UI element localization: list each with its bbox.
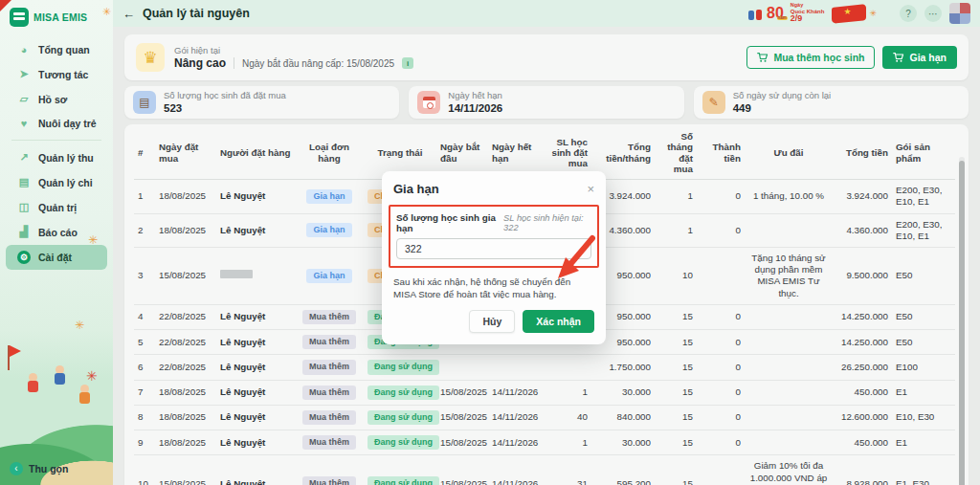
cell-package: E1 bbox=[892, 380, 955, 405]
cell-type: Mua thêm bbox=[295, 405, 364, 430]
help-button[interactable]: ? bbox=[900, 5, 917, 22]
cell-package: E50 bbox=[892, 304, 955, 329]
cell-amount: 0 bbox=[697, 180, 745, 213]
cell-buyer: Lê Nguyệt bbox=[216, 455, 295, 485]
stat-expiry-date: Ngày hết hạn 14/11/2026 bbox=[409, 86, 683, 119]
cell-per_month: 1.750.000 bbox=[591, 355, 655, 380]
bar-chart-icon: ▟ bbox=[17, 226, 31, 238]
cell-total: 450.000 bbox=[833, 380, 892, 405]
column-header-type: Loại đơn hàng bbox=[295, 126, 364, 180]
sidebar-item-label: Tương tác bbox=[38, 69, 88, 80]
cell-num: 7 bbox=[134, 380, 155, 405]
cell-months: 15 bbox=[655, 455, 697, 485]
vietnam-flag-icon: ★ bbox=[832, 6, 866, 22]
info-icon[interactable]: i bbox=[402, 57, 413, 69]
cell-months: 10 bbox=[655, 248, 697, 305]
table-row[interactable]: 622/08/2025Lê NguyệtMua thêmĐang sử dụng… bbox=[134, 355, 955, 380]
cell-amount bbox=[697, 248, 745, 305]
confirm-button[interactable]: Xác nhận bbox=[523, 310, 594, 333]
table-row[interactable]: 818/08/2025Lê NguyệtMua thêmĐang sử dụng… bbox=[134, 405, 955, 430]
wallet-icon: ▤ bbox=[133, 91, 156, 114]
order-type-badge: Mua thêm bbox=[302, 435, 356, 450]
cell-total: 3.924.000 bbox=[833, 180, 892, 213]
cell-package: E10, E30 bbox=[892, 405, 955, 430]
cell-status: Đang sử dụng bbox=[364, 455, 436, 485]
sidebar-item-label: Nuôi dạy trẻ bbox=[38, 118, 97, 129]
cell-amount: 0 bbox=[697, 330, 745, 355]
sidebar-item-tuong-tac[interactable]: ➤Tương tác bbox=[6, 62, 107, 86]
table-row[interactable]: 718/08/2025Lê NguyệtMua thêmĐang sử dụng… bbox=[134, 380, 955, 405]
cell-order_date: 15/08/2025 bbox=[155, 248, 216, 305]
sidebar-item-quan-ly-thu[interactable]: ↗Quản lý thu bbox=[6, 145, 107, 169]
buy-more-students-button[interactable]: Mua thêm học sinh bbox=[746, 46, 875, 69]
cell-num: 3 bbox=[134, 248, 155, 305]
cell-qty: 31 bbox=[540, 455, 591, 485]
app-logo[interactable]: MISA EMIS ✳ bbox=[0, 0, 113, 36]
sidebar-item-label: Quản lý chi bbox=[38, 177, 93, 188]
sidebar-item-quan-ly-chi[interactable]: ▤Quản lý chi bbox=[6, 170, 107, 194]
fireworks-icon: ✳ bbox=[75, 319, 84, 332]
child-illustration bbox=[56, 365, 64, 374]
sidebar-item-label: Cài đặt bbox=[38, 252, 72, 263]
national-day-banner: 80năm Ngày Quốc Khánh 2/9 ★ ✳ bbox=[748, 3, 877, 24]
sidebar-item-nuoi-day-tre[interactable]: ♥Nuôi dạy trẻ bbox=[6, 112, 107, 135]
order-type-badge: Mua thêm bbox=[302, 386, 356, 400]
cell-package: E1, E30 bbox=[892, 455, 955, 485]
renew-dialog: Gia hạn × Số lượng học sinh gia hạn SL h… bbox=[382, 171, 606, 344]
crown-icon: ♛ bbox=[136, 43, 165, 72]
scrollbar-thumb[interactable] bbox=[959, 161, 965, 485]
sidebar-item-cai-đat[interactable]: ⚙Cài đặt bbox=[6, 245, 107, 270]
order-type-badge: Gia hạn bbox=[306, 189, 351, 204]
sidebar-item-tong-quan[interactable]: ◕Tổng quan bbox=[6, 38, 107, 61]
table-row[interactable]: 1015/08/2025Lê NguyệtMua thêmĐang sử dụn… bbox=[134, 455, 955, 485]
collapse-label: Thu gọn bbox=[29, 463, 68, 474]
table-row[interactable]: 918/08/2025Lê NguyệtMua thêmĐang sử dụng… bbox=[134, 430, 955, 455]
cell-start: 15/08/2025 bbox=[436, 380, 488, 405]
cell-total: 450.000 bbox=[833, 430, 892, 455]
column-header-package: Gói sản phẩm bbox=[892, 126, 955, 180]
cell-type: Mua thêm bbox=[295, 330, 364, 355]
cell-months: 15 bbox=[655, 430, 697, 455]
cell-amount: 0 bbox=[697, 380, 745, 405]
table-scrollbar[interactable] bbox=[959, 157, 965, 485]
paper-plane-icon: ➤ bbox=[17, 68, 31, 80]
renew-button[interactable]: Gia hạn bbox=[882, 46, 957, 69]
status-badge: Đang sử dụng bbox=[368, 476, 439, 485]
cell-package: E100 bbox=[892, 355, 955, 380]
cell-per_month: 30.000 bbox=[591, 430, 655, 455]
cell-months: 1 bbox=[655, 213, 697, 247]
cell-end: 14/11/2026 bbox=[488, 405, 540, 430]
briefcase-icon: ◫ bbox=[17, 201, 31, 213]
cell-order_date: 18/08/2025 bbox=[155, 180, 216, 213]
cell-start bbox=[436, 355, 488, 380]
cell-months: 1 bbox=[655, 180, 697, 213]
cell-buyer: Lê Nguyệt bbox=[216, 180, 295, 213]
collapse-sidebar-button[interactable]: ‹ Thu gọn bbox=[0, 458, 78, 479]
sidebar-item-ho-so[interactable]: ▱Hồ sơ bbox=[6, 87, 107, 111]
sidebar-item-quan-tri[interactable]: ◫Quản trị bbox=[6, 195, 107, 219]
cell-buyer: Lê Nguyệt bbox=[216, 430, 295, 455]
cell-package: E200, E30, E10, E1 bbox=[892, 213, 955, 247]
package-name: Nâng cao bbox=[174, 56, 226, 70]
sidebar-item-label: Quản trị bbox=[38, 202, 77, 213]
cell-total: 26.250.000 bbox=[833, 355, 892, 380]
sidebar-item-bao-cao[interactable]: ▟Báo cáo bbox=[6, 220, 107, 244]
renew-quantity-input[interactable] bbox=[396, 238, 591, 259]
flag-decoration bbox=[8, 345, 10, 370]
buy-more-label: Mua thêm học sinh bbox=[773, 52, 864, 63]
more-options-button[interactable]: ⋯ bbox=[924, 5, 942, 22]
cell-total: 8.928.000 bbox=[833, 455, 892, 485]
cell-type: Mua thêm bbox=[295, 355, 364, 380]
cancel-button[interactable]: Hủy bbox=[469, 310, 515, 333]
cell-promo bbox=[745, 380, 833, 405]
sidebar-item-label: Quản lý thu bbox=[38, 152, 94, 164]
avatar[interactable] bbox=[949, 3, 970, 24]
cell-type: Mua thêm bbox=[295, 455, 364, 485]
cell-promo: Tặng 10 tháng sử dụng phần mềm MISA EMIS… bbox=[745, 248, 833, 305]
cell-order_date: 22/08/2025 bbox=[155, 304, 216, 329]
back-icon[interactable]: ← bbox=[122, 7, 135, 21]
cell-status: Đang sử dụng bbox=[364, 380, 436, 405]
column-header-num: # bbox=[134, 126, 155, 180]
close-icon[interactable]: × bbox=[587, 183, 594, 195]
renew-quantity-label: Số lượng học sinh gia hạn bbox=[396, 212, 503, 233]
